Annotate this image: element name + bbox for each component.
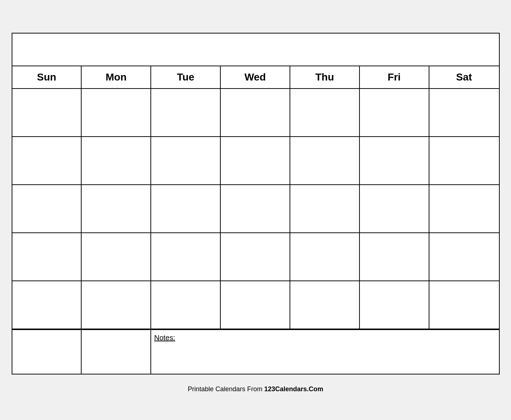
calendar-header: Sun Mon Tue Wed Thu Fri Sat [12,66,499,89]
cell-r2-tue[interactable] [151,137,221,184]
cell-r1-wed[interactable] [221,89,290,136]
footer-text-bold: 123Calendars.Com [264,385,323,393]
cell-r2-sat[interactable] [429,137,499,184]
cell-r4-thu[interactable] [290,233,360,280]
footer: Printable Calendars From 123Calendars.Co… [12,382,500,395]
calendar-body: Notes: [12,89,499,374]
cell-r3-wed[interactable] [221,185,290,232]
cell-r3-tue[interactable] [151,185,221,232]
calendar-row-2 [12,137,499,185]
cell-r4-mon[interactable] [82,233,151,280]
cell-r1-tue[interactable] [151,89,221,136]
cell-r5-wed[interactable] [221,281,290,329]
notes-empty-sun [12,330,82,374]
notes-content[interactable]: Notes: [151,330,499,374]
cell-r3-sat[interactable] [429,185,499,232]
cell-r5-sat[interactable] [429,281,499,329]
calendar-row-4 [12,233,499,281]
notes-label: Notes: [154,334,175,342]
header-mon: Mon [82,66,151,88]
cell-r4-fri[interactable] [360,233,429,280]
cell-r2-thu[interactable] [290,137,360,184]
cell-r4-wed[interactable] [221,233,290,280]
calendar-row-1 [12,89,499,137]
cell-r1-mon[interactable] [82,89,151,136]
cell-r2-fri[interactable] [360,137,429,184]
header-sun: Sun [12,66,82,88]
header-thu: Thu [290,66,360,88]
footer-text-normal: Printable Calendars From [188,385,264,393]
cell-r4-sun[interactable] [12,233,82,280]
header-tue: Tue [151,66,221,88]
cell-r3-thu[interactable] [290,185,360,232]
cell-r3-mon[interactable] [82,185,151,232]
cell-r3-fri[interactable] [360,185,429,232]
cell-r5-tue[interactable] [151,281,221,329]
header-wed: Wed [221,66,290,88]
calendar-row-5 [12,281,499,329]
cell-r2-sun[interactable] [12,137,82,184]
cell-r1-thu[interactable] [290,89,360,136]
cell-r5-sun[interactable] [12,281,82,329]
calendar-row-3 [12,185,499,233]
cell-r4-sat[interactable] [429,233,499,280]
header-sat: Sat [429,66,499,88]
cell-r5-mon[interactable] [82,281,151,329]
cell-r4-tue[interactable] [151,233,221,280]
cell-r1-fri[interactable] [360,89,429,136]
cell-r5-fri[interactable] [360,281,429,329]
calendar: Sun Mon Tue Wed Thu Fri Sat [12,33,500,374]
cell-r2-wed[interactable] [221,137,290,184]
cell-r5-thu[interactable] [290,281,360,329]
cell-r3-sun[interactable] [12,185,82,232]
header-fri: Fri [360,66,429,88]
notes-empty-mon [82,330,151,374]
cell-r1-sun[interactable] [12,89,82,136]
cell-r1-sat[interactable] [429,89,499,136]
cell-r2-mon[interactable] [82,137,151,184]
notes-row: Notes: [12,329,499,374]
calendar-title-row [12,34,499,66]
